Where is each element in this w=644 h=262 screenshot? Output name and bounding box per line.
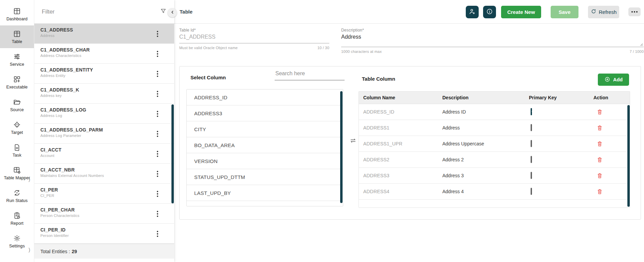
- entity-count-footer: Total Entities : 29: [34, 244, 174, 259]
- main-header: Table Create New Save Refresh: [174, 0, 644, 24]
- list-item[interactable]: CITY: [187, 121, 343, 137]
- kebab-menu-icon[interactable]: [154, 89, 161, 98]
- entity-description: Maintains External Account Numbers: [40, 174, 174, 178]
- list-item[interactable]: STATUS_UPD_DTTM: [187, 169, 343, 185]
- kebab-menu-icon[interactable]: [154, 109, 161, 118]
- delete-row-button[interactable]: [596, 157, 603, 163]
- kebab-menu-icon[interactable]: [154, 169, 161, 178]
- textarea-resize-icon[interactable]: [639, 41, 643, 47]
- transfer-columns-icon[interactable]: [349, 137, 357, 146]
- sidebar-item-table[interactable]: Table: [0, 25, 34, 48]
- primary-key-checkbox[interactable]: [531, 140, 532, 147]
- table-id-field: Table Id* Must be valid Oracle Object na…: [179, 28, 329, 50]
- select-column-title: Select Column: [190, 75, 226, 80]
- delete-row-button[interactable]: [596, 125, 603, 131]
- delete-row-button[interactable]: [596, 188, 603, 195]
- cell-column-name: ADDRESS1_UPR: [359, 141, 438, 146]
- info-icon: [486, 8, 493, 16]
- list-item[interactable]: ADDRESS_ID: [187, 89, 343, 105]
- list-item[interactable]: CI_ACCT Account: [34, 144, 174, 164]
- list-item[interactable]: C1_ADDRESS_LOG Address Log: [34, 104, 174, 124]
- kebab-menu-icon[interactable]: [154, 69, 161, 78]
- table-column-grid: Column Name Description Primary Key Acti…: [358, 91, 630, 208]
- entity-description: Address Log Parameter: [40, 134, 174, 138]
- kebab-menu-icon[interactable]: [154, 209, 161, 218]
- kebab-menu-icon[interactable]: [154, 129, 161, 138]
- cell-column-name: ADDRESS3: [359, 173, 438, 178]
- sidebar-item-run-status[interactable]: Run Status: [0, 184, 34, 207]
- total-entities-label: Total Entities :: [40, 249, 70, 254]
- info-button[interactable]: [483, 6, 496, 18]
- kebab-menu-icon[interactable]: [154, 229, 161, 238]
- list-item[interactable]: BO_DATA_AREA: [187, 137, 343, 153]
- list-item[interactable]: CI_PER_CHAR Person Characteristics: [34, 204, 174, 224]
- cell-column-name: ADDRESS_ID: [359, 109, 438, 115]
- column-search-input[interactable]: [275, 68, 345, 80]
- entity-name: CI_ACCT_NBR: [40, 167, 174, 173]
- sidebar-item-report[interactable]: Report: [0, 207, 34, 230]
- sidebar-item-task[interactable]: Task: [0, 139, 34, 162]
- sidebar-item-dashboard[interactable]: Dashboard: [0, 3, 34, 25]
- delete-row-button[interactable]: [596, 173, 603, 179]
- description-input[interactable]: [341, 33, 644, 47]
- list-item[interactable]: C1_ADDRESS_K Address key: [34, 84, 174, 104]
- entity-list-scrollbar[interactable]: [171, 104, 174, 203]
- cell-description: Address 2: [438, 157, 525, 162]
- list-item[interactable]: CI_ACCT_NBR Maintains External Account N…: [34, 164, 174, 184]
- add-column-button[interactable]: Add: [598, 74, 629, 86]
- list-item[interactable]: C1_ADDRESS_ENTITY Address Entity: [34, 64, 174, 84]
- table-mapper-icon: [13, 166, 21, 174]
- kebab-menu-icon[interactable]: [154, 189, 161, 198]
- entity-description: Person Characteristics: [40, 214, 174, 218]
- more-options-button[interactable]: [628, 7, 641, 16]
- list-item[interactable]: C1_ADDRESS Address: [34, 24, 174, 44]
- primary-key-checkbox[interactable]: [531, 188, 532, 195]
- table-id-input[interactable]: [179, 33, 329, 43]
- collapse-panel-button[interactable]: [168, 8, 177, 17]
- source-icon: [13, 98, 21, 106]
- column-search: [275, 68, 345, 80]
- panel-expander[interactable]: ): [29, 176, 30, 182]
- table-row: ADDRESS1_UPR Address Uppercase: [359, 136, 630, 152]
- sidebar-item-service[interactable]: Service: [0, 48, 34, 71]
- sidebar-item-label: Table Mapper: [4, 176, 30, 180]
- entity-name: C1_ADDRESS_CHAR: [40, 47, 174, 53]
- trash-icon: [596, 125, 603, 131]
- primary-key-checkbox[interactable]: [531, 172, 532, 179]
- save-button[interactable]: Save: [551, 6, 578, 18]
- list-item[interactable]: ADDRESS3: [187, 105, 343, 121]
- kebab-menu-icon[interactable]: [154, 149, 161, 158]
- delete-row-button[interactable]: [596, 141, 603, 147]
- person-add-icon: [468, 8, 476, 16]
- primary-key-checkbox[interactable]: [531, 108, 532, 115]
- filter-icon[interactable]: [160, 8, 167, 16]
- entity-description: Address: [40, 34, 174, 38]
- refresh-button[interactable]: Refresh: [588, 6, 619, 18]
- entity-description: Person Identifier: [40, 234, 174, 238]
- select-list-scrollbar[interactable]: [340, 91, 343, 203]
- primary-key-checkbox[interactable]: [531, 124, 532, 131]
- sidebar-item-source[interactable]: Source: [0, 94, 34, 116]
- cell-column-name: ADDRESS4: [359, 189, 438, 194]
- list-item[interactable]: C1_ADDRESS_LOG_PARM Address Log Paramete…: [34, 124, 174, 144]
- sidebar-item-target[interactable]: Target: [0, 116, 34, 139]
- list-item[interactable]: VERSION: [187, 153, 343, 169]
- sidebar-item-executable[interactable]: Executable: [0, 71, 34, 94]
- panel-expander[interactable]: ): [29, 247, 30, 253]
- filter-input[interactable]: [42, 8, 160, 15]
- assign-user-button[interactable]: [466, 6, 479, 18]
- table-id-helper: Must be valid Oracle Object name: [179, 46, 238, 50]
- primary-key-checkbox[interactable]: [531, 156, 532, 163]
- delete-row-button[interactable]: [596, 109, 603, 115]
- kebab-menu-icon[interactable]: [154, 49, 161, 58]
- cell-description: Address Uppercase: [438, 141, 525, 146]
- table-scrollbar[interactable]: [627, 105, 630, 207]
- create-new-button[interactable]: Create New: [501, 6, 541, 18]
- list-item[interactable]: CI_PER_ID Person Identifier: [34, 224, 174, 244]
- list-item[interactable]: CI_PER CI_PER: [34, 184, 174, 204]
- sidebar-item-label: Task: [13, 153, 21, 158]
- list-item[interactable]: C1_ADDRESS_CHAR Address Characteristics: [34, 44, 174, 64]
- list-item[interactable]: LAST_UPD_BY: [187, 185, 343, 201]
- list-item[interactable]: [187, 201, 343, 206]
- kebab-menu-icon[interactable]: [154, 29, 161, 38]
